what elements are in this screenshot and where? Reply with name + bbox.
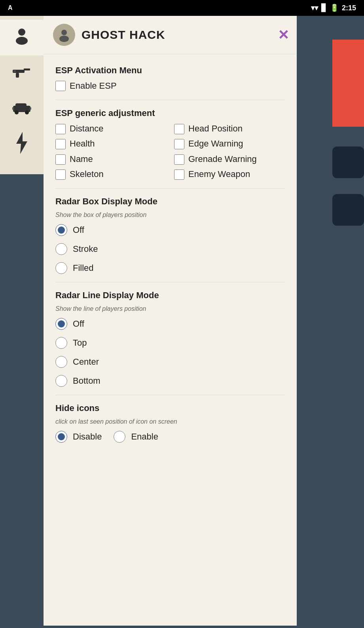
name-checkbox[interactable] — [55, 154, 66, 165]
radar-box-stroke-row[interactable]: Stroke — [55, 243, 285, 255]
bg-dark-box — [332, 147, 364, 178]
esp-generic-title: ESP generic adjustment — [55, 108, 285, 118]
radar-box-title: Radar Box Display Mode — [55, 196, 285, 207]
radar-line-off-row[interactable]: Off — [55, 318, 285, 330]
svg-point-9 — [25, 110, 29, 114]
modal-header: GHOST HACK ✕ — [44, 16, 297, 54]
radar-line-options: Off Top Center Bottom — [55, 318, 285, 387]
lightning-icon — [15, 131, 29, 158]
modal-title: GHOST HACK — [82, 28, 165, 42]
sidebar-item-car[interactable] — [0, 91, 44, 127]
hide-icons-enable-row[interactable]: Enable — [114, 431, 158, 443]
radar-box-stroke-label: Stroke — [73, 244, 98, 254]
head-position-label: Head Position — [188, 123, 243, 135]
svg-rect-4 — [16, 73, 19, 78]
radar-box-filled-label: Filled — [73, 263, 94, 273]
app-indicator: A — [8, 4, 13, 11]
esp-generic-section: ESP generic adjustment Distance Head Pos… — [55, 108, 285, 180]
radar-line-off-radio[interactable] — [55, 318, 67, 330]
svg-marker-12 — [16, 132, 27, 154]
esp-checkbox-grid: Distance Head Position Health Edge Warni… — [55, 123, 285, 180]
edge-warning-row[interactable]: Edge Warning — [174, 138, 285, 150]
svg-point-14 — [59, 36, 69, 42]
close-button[interactable]: ✕ — [278, 28, 289, 42]
distance-checkbox[interactable] — [55, 124, 66, 134]
radar-line-center-radio[interactable] — [55, 356, 67, 368]
radar-box-filled-radio[interactable] — [55, 262, 67, 274]
svg-rect-5 — [13, 70, 16, 72]
grenade-warning-checkbox[interactable] — [174, 154, 184, 165]
hide-icons-disable-label: Disable — [73, 432, 102, 442]
svg-rect-10 — [12, 107, 14, 110]
radar-line-title: Radar Line Display Mode — [55, 290, 285, 301]
health-checkbox[interactable] — [55, 139, 66, 149]
radar-box-subtitle: Show the box of players position — [55, 211, 285, 219]
head-position-row[interactable]: Head Position — [174, 123, 285, 135]
svg-point-8 — [15, 110, 19, 114]
edge-warning-checkbox[interactable] — [174, 139, 184, 149]
esp-activation-section: ESP Activation Menu Enable ESP — [55, 65, 285, 92]
bg-dark-box2 — [332, 194, 364, 226]
radar-box-stroke-radio[interactable] — [55, 243, 67, 255]
radar-line-top-row[interactable]: Top — [55, 337, 285, 349]
radar-line-center-row[interactable]: Center — [55, 356, 285, 368]
divider-2 — [55, 188, 285, 188]
head-position-checkbox[interactable] — [174, 124, 184, 134]
name-row[interactable]: Name — [55, 154, 166, 165]
car-icon — [11, 100, 32, 118]
distance-label: Distance — [70, 123, 104, 135]
radar-box-filled-row[interactable]: Filled — [55, 262, 285, 274]
radar-line-center-label: Center — [73, 357, 99, 367]
modal-panel: GHOST HACK ✕ ESP Activation Menu Enable … — [44, 16, 297, 626]
time-display: 2:15 — [342, 4, 356, 12]
enemy-weapon-label: Enemy Weapon — [188, 169, 250, 180]
hide-icons-disable-row[interactable]: Disable — [55, 431, 102, 443]
radar-line-section: Radar Line Display Mode Show the line of… — [55, 290, 285, 387]
svg-rect-11 — [30, 107, 31, 110]
radar-line-bottom-row[interactable]: Bottom — [55, 375, 285, 387]
enemy-weapon-row[interactable]: Enemy Weapon — [174, 169, 285, 180]
divider-4 — [55, 395, 285, 395]
hide-icons-options: Disable Enable — [55, 431, 285, 443]
skeleton-row[interactable]: Skeleton — [55, 169, 166, 180]
enable-esp-checkbox[interactable] — [55, 81, 66, 91]
hide-icons-disable-radio[interactable] — [55, 431, 67, 443]
bg-red-box — [332, 40, 364, 127]
svg-point-1 — [16, 37, 28, 45]
sidebar-item-gun[interactable] — [0, 55, 44, 91]
radar-box-off-row[interactable]: Off — [55, 224, 285, 236]
radar-box-off-label: Off — [73, 225, 84, 235]
radar-line-bottom-radio[interactable] — [55, 375, 67, 387]
name-label: Name — [70, 154, 93, 165]
gun-icon — [12, 64, 32, 83]
radar-box-options: Off Stroke Filled — [55, 224, 285, 274]
distance-row[interactable]: Distance — [55, 123, 166, 135]
divider-1 — [55, 100, 285, 100]
avatar — [53, 24, 75, 46]
radar-line-top-radio[interactable] — [55, 337, 67, 349]
hide-icons-subtitle: click on last seen position of icon on s… — [55, 418, 285, 425]
sidebar-item-person[interactable] — [0, 20, 44, 55]
wifi-icon: ▾▾ — [311, 4, 318, 12]
divider-3 — [55, 282, 285, 282]
hide-icons-enable-label: Enable — [131, 432, 158, 442]
battery-icon: 🔋 — [330, 4, 339, 12]
radar-line-off-label: Off — [73, 319, 84, 329]
grenade-warning-row[interactable]: Grenade Warning — [174, 154, 285, 165]
signal-icon: ▊ — [321, 4, 327, 12]
grenade-warning-label: Grenade Warning — [188, 154, 257, 165]
enable-esp-row[interactable]: Enable ESP — [55, 80, 285, 92]
hide-icons-title: Hide icons — [55, 403, 285, 413]
sidebar-item-lightning[interactable] — [0, 127, 44, 162]
svg-point-13 — [61, 30, 67, 35]
radar-line-subtitle: Show the line of players position — [55, 305, 285, 312]
health-row[interactable]: Health — [55, 138, 166, 150]
health-label: Health — [70, 138, 95, 150]
svg-rect-7 — [15, 103, 27, 108]
enemy-weapon-checkbox[interactable] — [174, 169, 184, 180]
status-icons: ▾▾ ▊ 🔋 2:15 — [311, 4, 356, 12]
radar-box-off-radio[interactable] — [55, 224, 67, 236]
skeleton-checkbox[interactable] — [55, 169, 66, 180]
hide-icons-section: Hide icons click on last seen position o… — [55, 403, 285, 443]
hide-icons-enable-radio[interactable] — [114, 431, 125, 443]
